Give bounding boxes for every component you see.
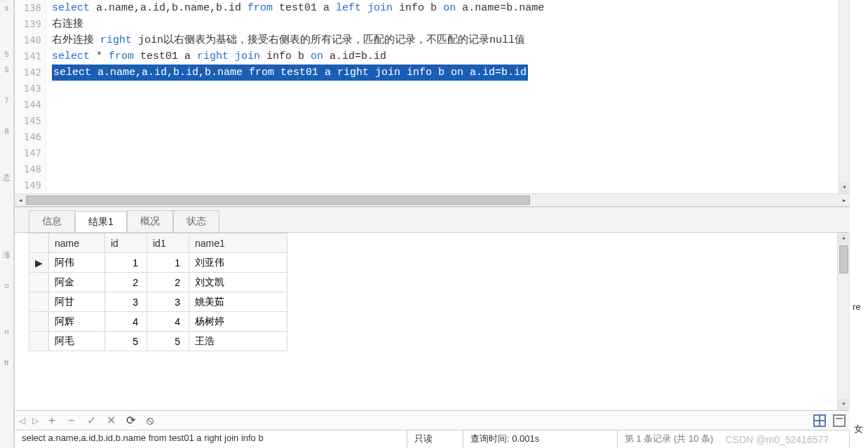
sql-editor[interactable]: 138139140141142143144145146147148149 sel… [15, 0, 850, 194]
column-header[interactable]: name1 [189, 233, 287, 253]
external-right-edge: re 女 [850, 0, 868, 448]
cell[interactable]: 刘文凯 [189, 273, 287, 292]
cell[interactable]: 1 [105, 253, 147, 273]
tab-信息[interactable]: 信息 [29, 210, 75, 232]
grid-view-icon[interactable] [813, 414, 826, 427]
scroll-right-icon[interactable]: ▸ [839, 196, 850, 205]
cell[interactable]: 3 [147, 292, 189, 312]
cell[interactable]: 王浩 [189, 332, 287, 351]
status-bar: select a.name,a.id,b.id,b.name from test… [15, 430, 850, 448]
refresh-button[interactable]: ⟳ [124, 414, 137, 427]
result-tabs: 信息结果1概况状态 [15, 207, 850, 232]
cell[interactable]: 4 [147, 312, 189, 332]
cell[interactable]: 阿毛 [49, 332, 105, 351]
edge-text: 女 [854, 423, 863, 435]
code-line[interactable]: 右外连接 right join以右侧表为基础，接受右侧表的所有记录，匹配的记录，… [52, 32, 850, 48]
tab-结果1[interactable]: 结果1 [75, 211, 127, 233]
cell[interactable]: 2 [147, 273, 189, 292]
stop-button[interactable]: ⦸ [144, 414, 156, 427]
apply-button[interactable]: ✓ [85, 414, 97, 427]
code-line[interactable] [52, 97, 850, 113]
row-marker-icon: ▶ [29, 253, 49, 273]
code-line[interactable] [52, 81, 850, 97]
delete-record-button[interactable]: − [65, 414, 78, 427]
table-row[interactable]: 阿辉44杨树婷 [29, 312, 287, 332]
table-row[interactable]: ▶阿伟11刘亚伟 [29, 253, 287, 273]
add-record-button[interactable]: + [46, 414, 58, 427]
row-marker-icon [29, 292, 49, 312]
edge-text: re [853, 301, 861, 312]
table-row[interactable]: 阿甘33姚美茹 [29, 292, 287, 312]
cell[interactable]: 杨树婷 [189, 312, 287, 332]
code-line[interactable]: select a.name,a.id,b.id,b.name from test… [52, 65, 850, 81]
column-header[interactable]: id1 [147, 233, 189, 253]
editor-horizontal-scrollbar[interactable]: ◂ ▸ [15, 194, 850, 206]
next-record-icon[interactable]: ▷ [32, 416, 39, 426]
code-line[interactable]: select * from test01 a right join info b… [52, 48, 850, 65]
code-line[interactable] [52, 129, 850, 145]
status-record-count: 第 1 条记录 (共 10 条) [618, 430, 850, 448]
code-line[interactable]: select a.name,a.id,b.name,b.id from test… [52, 0, 850, 16]
column-header[interactable]: name [49, 233, 105, 253]
cell[interactable]: 3 [105, 292, 147, 312]
cancel-button[interactable]: ✕ [104, 414, 117, 427]
selected-text[interactable]: select a.name,a.id,b.id,b.name from test… [52, 65, 528, 81]
cell[interactable]: 阿辉 [49, 312, 105, 332]
scroll-down-icon[interactable]: ▾ [838, 399, 850, 410]
scrollbar-thumb[interactable] [26, 196, 530, 205]
scrollbar-thumb[interactable] [839, 245, 848, 273]
code-line[interactable]: 右连接 [52, 16, 850, 32]
results-toolbar: ◁ ▷ + − ✓ ✕ ⟳ ⦸ [15, 410, 850, 430]
scroll-left-icon[interactable]: ◂ [15, 196, 26, 205]
external-left-gutter: s5578态涨onfr [0, 0, 14, 448]
status-query-time: 查询时间: 0.001s [463, 430, 618, 448]
scrollbar-track[interactable] [26, 194, 839, 206]
cell[interactable]: 1 [147, 253, 189, 273]
cell[interactable]: 5 [105, 332, 147, 351]
cell[interactable]: 5 [147, 332, 189, 351]
scroll-up-icon[interactable]: ▴ [838, 233, 850, 244]
table-row[interactable]: 阿金22刘文凯 [29, 273, 287, 292]
code-line[interactable] [52, 161, 850, 177]
tab-状态[interactable]: 状态 [173, 210, 219, 232]
code-line[interactable] [52, 145, 850, 161]
table-row[interactable]: 阿毛55王浩 [29, 332, 287, 351]
code-line[interactable] [52, 177, 850, 194]
cell[interactable]: 阿金 [49, 273, 105, 292]
column-header[interactable]: id [105, 233, 147, 253]
row-marker-icon [29, 332, 49, 351]
row-marker-icon [29, 312, 49, 332]
editor-vertical-scrollbar[interactable]: ▾ [839, 0, 850, 194]
status-readonly: 只读 [407, 430, 463, 448]
code-area[interactable]: select a.name,a.id,b.name,b.id from test… [46, 0, 850, 194]
line-number-gutter: 138139140141142143144145146147148149 [15, 0, 46, 194]
form-view-icon[interactable] [833, 414, 846, 427]
cell[interactable]: 4 [105, 312, 147, 332]
row-marker-icon [29, 273, 49, 292]
cell[interactable]: 阿伟 [49, 253, 105, 273]
cell[interactable]: 2 [105, 273, 147, 292]
cell[interactable]: 姚美茹 [189, 292, 287, 312]
cell[interactable]: 阿甘 [49, 292, 105, 312]
cell[interactable]: 刘亚伟 [189, 253, 287, 273]
status-sql: select a.name,a.id,b.id,b.name from test… [15, 430, 407, 448]
code-line[interactable] [52, 113, 850, 129]
results-grid[interactable]: nameidid1name1▶阿伟11刘亚伟阿金22刘文凯阿甘33姚美茹阿辉44… [29, 233, 287, 351]
tab-概况[interactable]: 概况 [127, 210, 173, 232]
results-vertical-scrollbar[interactable]: ▴ ▾ [837, 233, 850, 410]
scroll-down-icon[interactable]: ▾ [839, 182, 850, 194]
prev-record-icon[interactable]: ◁ [19, 416, 25, 426]
